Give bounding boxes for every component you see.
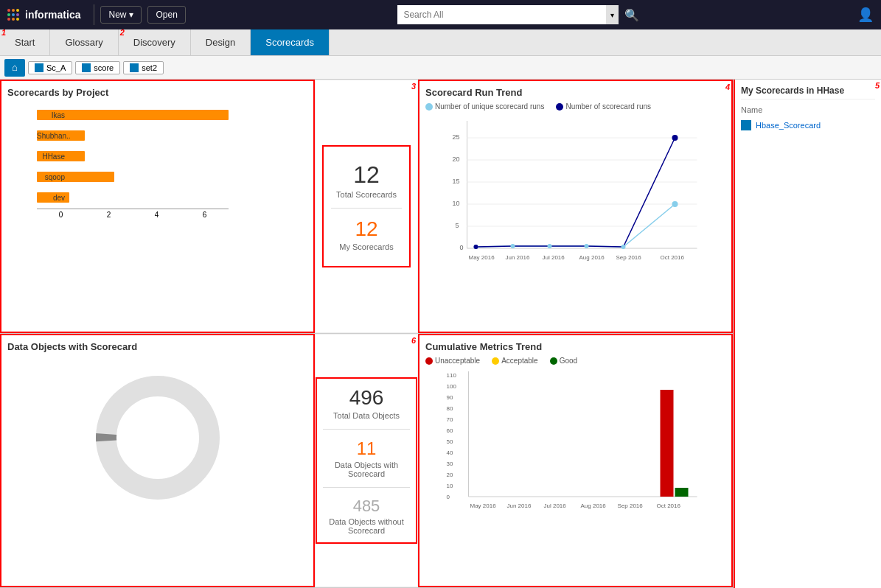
- svg-text:100: 100: [447, 383, 457, 390]
- svg-text:25: 25: [453, 133, 460, 141]
- cumulative-metrics-title: Cumulative Metrics Trend: [425, 341, 725, 352]
- breadcrumb-sc-a-icon: [35, 63, 43, 72]
- my-scorecards-label: My Scorecards: [331, 242, 402, 251]
- breadcrumb-score-icon: [82, 63, 91, 72]
- svg-text:Jul 2016: Jul 2016: [544, 503, 567, 509]
- tab-discovery[interactable]: 2 Discovery: [119, 29, 191, 55]
- new-button[interactable]: New ▾: [100, 6, 142, 24]
- scorecard-item-label: Hbase_Scorecard: [756, 121, 821, 130]
- scorecard-run-trend-panel: 4 Scorecard Run Trend Number of unique s…: [418, 80, 733, 333]
- bar-good: [675, 488, 689, 497]
- bar-label-dev: dev: [37, 194, 65, 202]
- svg-text:0: 0: [460, 244, 464, 251]
- search-box: ▾: [397, 5, 619, 24]
- svg-point-26: [672, 135, 678, 141]
- svg-text:20: 20: [453, 155, 460, 163]
- svg-point-20: [511, 244, 515, 248]
- my-scorecards-panel-title: My Scorecards in HHase: [741, 85, 875, 99]
- svg-text:90: 90: [447, 394, 453, 401]
- svg-text:Sep 2016: Sep 2016: [618, 503, 644, 509]
- top-row: Scorecards by Project Ikas Shubhan.. HHa…: [0, 80, 733, 334]
- tab-design[interactable]: Design: [191, 29, 251, 55]
- svg-text:0: 0: [447, 494, 450, 500]
- tab-start[interactable]: 1 Start: [0, 29, 50, 55]
- total-scorecards-box: 3 12 Total Scorecards 12 My Scorecards: [315, 80, 418, 333]
- svg-text:60: 60: [447, 427, 453, 434]
- breadcrumb-set2-label: set2: [142, 63, 157, 72]
- svg-point-21: [548, 244, 552, 248]
- svg-text:80: 80: [447, 405, 453, 412]
- legend-unique: Number of unique scorecard runs: [425, 102, 544, 111]
- breadcrumb-sc-a[interactable]: Sc_A: [28, 61, 72, 74]
- svg-point-27: [106, 386, 209, 489]
- nav-divider: [94, 4, 94, 25]
- svg-text:5: 5: [456, 222, 459, 229]
- search-dropdown-button[interactable]: ▾: [606, 5, 619, 24]
- cumulative-legend: Unacceptable Acceptable Good: [425, 357, 725, 365]
- home-button[interactable]: ⌂: [4, 59, 25, 77]
- data-objects-title: Data Objects with Scorecard: [7, 341, 307, 352]
- tab-glossary[interactable]: Glossary: [50, 29, 118, 55]
- svg-text:Sep 2016: Sep 2016: [616, 254, 642, 261]
- bar-ikas: [37, 110, 229, 120]
- legend-unacceptable: Unacceptable: [425, 357, 480, 365]
- tab-scorecards-label: Scorecards: [265, 37, 314, 48]
- bar-label-ikas: Ikas: [37, 111, 65, 119]
- x-label-4: 4: [155, 211, 159, 219]
- with-scorecard-number: 11: [323, 438, 410, 459]
- annotation-6: 6: [411, 336, 416, 345]
- breadcrumb-set2[interactable]: set2: [123, 61, 164, 74]
- x-label-2: 2: [107, 211, 111, 219]
- scorecard-item-hbase[interactable]: Hbase_Scorecard: [741, 119, 875, 132]
- annotation-2: 2: [120, 28, 125, 37]
- svg-text:May 2016: May 2016: [470, 503, 497, 509]
- chevron-down-icon: ▾: [129, 10, 133, 20]
- bar-label-hhase: HHase: [37, 153, 65, 161]
- breadcrumb-set2-icon: [130, 63, 139, 72]
- donut-chart: [91, 371, 224, 504]
- logo-dots: [7, 9, 22, 21]
- user-icon[interactable]: 👤: [857, 7, 874, 23]
- new-button-label: New: [108, 10, 126, 20]
- main-content: Scorecards by Project Ikas Shubhan.. HHa…: [0, 80, 881, 588]
- bar-chart: Ikas Shubhan.. HHase sqoop: [7, 105, 307, 267]
- my-scorecards-number: 12: [331, 217, 402, 241]
- breadcrumb-score[interactable]: score: [75, 61, 120, 74]
- logo: informatica: [7, 9, 80, 21]
- search-go-button[interactable]: 🔍: [619, 8, 645, 22]
- search-input[interactable]: [397, 5, 606, 24]
- open-button-label: Open: [156, 10, 177, 20]
- svg-text:Jun 2016: Jun 2016: [506, 254, 530, 261]
- legend-good: Good: [550, 357, 577, 365]
- scorecard-item-icon: [741, 120, 751, 130]
- svg-text:Aug 2016: Aug 2016: [581, 503, 607, 509]
- total-scorecards-number: 12: [331, 161, 402, 189]
- svg-text:10: 10: [447, 483, 453, 489]
- total-scorecards-label: Total Scorecards: [331, 190, 402, 199]
- scorecards-by-project-panel: Scorecards by Project Ikas Shubhan.. HHa…: [0, 80, 315, 333]
- data-objects-panel: Data Objects with Scorecard: [0, 334, 315, 587]
- bar-unacceptable: [661, 390, 674, 497]
- svg-point-22: [585, 244, 589, 248]
- svg-point-24: [672, 201, 678, 207]
- total-data-objects-number: 496: [323, 386, 410, 410]
- svg-point-25: [474, 245, 478, 249]
- open-button[interactable]: Open: [147, 6, 185, 24]
- trend-legend: Number of unique scorecard runs Number o…: [425, 102, 725, 111]
- legend-all: Number of scorecard runs: [556, 102, 651, 111]
- breadcrumb-bar: ⌂ Sc_A score set2: [0, 56, 881, 80]
- scorecard-col-header: Name: [741, 105, 875, 114]
- right-panel: 5 My Scorecards in HHase Name Hbase_Scor…: [734, 80, 881, 588]
- bottom-row: Data Objects with Scorecard 6 496 Total …: [0, 334, 733, 588]
- tab-scorecards[interactable]: Scorecards: [251, 29, 330, 55]
- svg-text:20: 20: [447, 472, 453, 478]
- top-navigation: informatica New ▾ Open ▾ 🔍 👤: [0, 0, 881, 29]
- bar-label-sqoop: sqoop: [37, 173, 65, 181]
- svg-text:110: 110: [447, 372, 457, 379]
- svg-text:70: 70: [447, 416, 453, 423]
- svg-text:15: 15: [453, 178, 460, 185]
- svg-text:Jul 2016: Jul 2016: [543, 254, 565, 261]
- svg-text:40: 40: [447, 449, 453, 456]
- total-data-objects-label: Total Data Objects: [323, 411, 410, 420]
- bar-label-shubhan: Shubhan..: [37, 132, 65, 140]
